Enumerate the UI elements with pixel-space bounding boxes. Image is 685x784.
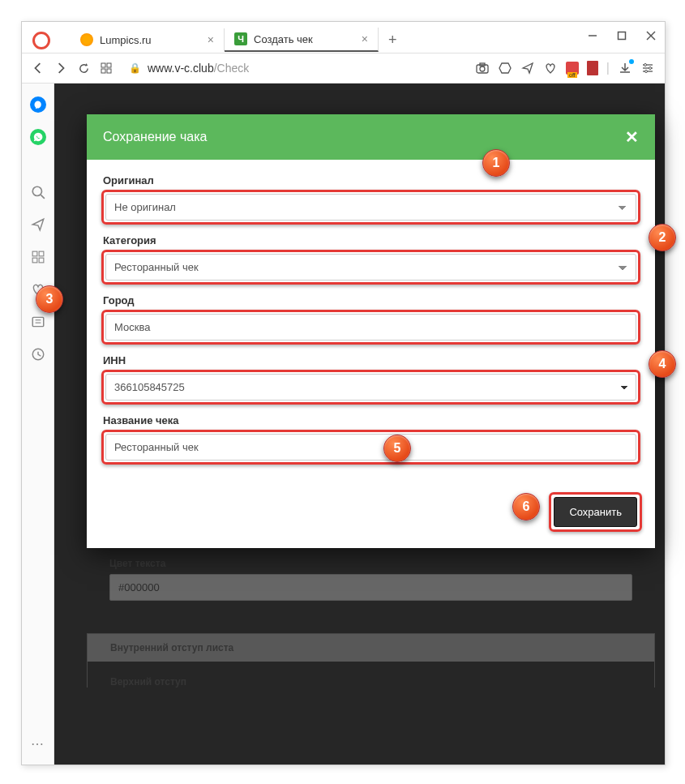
tab-close-icon[interactable]: × [362, 32, 368, 45]
back-button[interactable] [32, 62, 45, 75]
opera-logo-icon[interactable] [32, 32, 50, 49]
news-icon[interactable] [30, 314, 46, 330]
svg-point-9 [480, 66, 485, 71]
lumpics-favicon-icon [80, 33, 93, 46]
svg-point-16 [645, 71, 648, 73]
svg-rect-19 [32, 251, 37, 256]
reload-button[interactable] [77, 62, 90, 75]
easy-setup-icon[interactable] [640, 61, 655, 75]
check-name-input[interactable] [105, 434, 636, 461]
send-icon[interactable] [520, 61, 535, 75]
lock-icon: 🔒 [129, 62, 141, 74]
annotation-marker-5: 5 [383, 435, 411, 462]
tab-strip: Lumpics.ru × Ч Создать чек × + [22, 22, 665, 53]
window-close-button[interactable] [645, 30, 657, 41]
whatsapp-icon[interactable] [30, 129, 46, 145]
extension2-icon[interactable] [587, 61, 598, 75]
svg-rect-21 [32, 258, 37, 263]
browser-window: Lumpics.ru × Ч Создать чек × + 🔒 www.v-c… [21, 21, 666, 765]
modal-header: Сохранение чака ✕ [87, 114, 655, 160]
annotation-marker-2: 2 [649, 224, 676, 251]
url-field[interactable]: 🔒 www.v-c.club/Check [122, 62, 465, 75]
tab-lumpics[interactable]: Lumpics.ru × [71, 28, 225, 51]
modal-footer: Сохранить [87, 482, 655, 548]
modal-body: Оригинал Не оригинал Категория Ресторанн… [87, 160, 655, 482]
extension1-icon[interactable] [566, 62, 579, 75]
downloads-icon[interactable] [618, 61, 632, 75]
search-icon[interactable] [30, 184, 46, 200]
tab-close-icon[interactable]: × [208, 33, 214, 46]
annotation-marker-1: 1 [482, 149, 510, 177]
original-label: Оригинал [103, 174, 639, 186]
sidebar-more-icon[interactable]: ⋯ [31, 736, 45, 765]
history-icon[interactable] [30, 346, 46, 362]
svg-point-17 [32, 186, 41, 195]
save-button[interactable]: Сохранить [554, 497, 637, 527]
snapshot-icon[interactable] [475, 61, 490, 75]
new-tab-button[interactable]: + [379, 32, 407, 49]
modal-close-icon[interactable]: ✕ [625, 127, 639, 147]
category-select[interactable]: Ресторанный чек [105, 254, 636, 281]
category-label: Категория [103, 234, 639, 246]
inn-input[interactable] [105, 374, 636, 401]
annotation-marker-4: 4 [649, 350, 676, 378]
toolbar-icons: | [475, 61, 655, 75]
sidebar: ⋯ [22, 84, 54, 765]
modal-title: Сохранение чака [103, 130, 207, 144]
svg-point-15 [649, 67, 652, 70]
messenger-icon[interactable] [30, 96, 46, 113]
window-controls [587, 30, 657, 41]
svg-rect-1 [619, 32, 626, 40]
svg-rect-6 [101, 69, 105, 73]
minimize-button[interactable] [587, 30, 598, 41]
check-name-label: Название чека [103, 414, 639, 426]
svg-rect-4 [101, 63, 105, 67]
svg-rect-20 [39, 251, 44, 256]
annotation-marker-6: 6 [512, 493, 540, 521]
forward-button[interactable] [54, 62, 67, 75]
tab-title: Создать чек [254, 33, 355, 45]
flow-icon[interactable] [30, 216, 46, 233]
vc-favicon-icon: Ч [234, 32, 247, 45]
page-content: Отступ текста Цвет текста Внутренний отс… [54, 84, 665, 765]
original-select[interactable]: Не оригинал [105, 194, 636, 221]
annotation-marker-3: 3 [36, 285, 63, 313]
url-text: www.v-c.club/Check [148, 62, 249, 75]
speed-dial-sidebar-icon[interactable] [30, 249, 46, 265]
save-check-modal: Сохранение чака ✕ Оригинал Не оригинал К… [87, 114, 655, 548]
svg-rect-5 [107, 63, 111, 67]
heart-icon[interactable] [543, 61, 558, 75]
svg-point-14 [644, 64, 647, 66]
svg-rect-23 [32, 317, 44, 326]
inn-label: ИНН [103, 354, 639, 366]
tab-create-check[interactable]: Ч Создать чек × [225, 28, 379, 52]
adblock-icon[interactable] [498, 61, 512, 75]
city-label: Город [103, 294, 639, 306]
city-input[interactable] [105, 314, 636, 341]
svg-line-18 [41, 195, 45, 199]
maximize-button[interactable] [616, 30, 627, 41]
address-bar: 🔒 www.v-c.club/Check | [22, 53, 665, 84]
svg-rect-7 [107, 69, 111, 73]
tab-title: Lumpics.ru [100, 34, 201, 46]
svg-rect-22 [39, 258, 44, 263]
speed-dial-button[interactable] [100, 62, 113, 75]
